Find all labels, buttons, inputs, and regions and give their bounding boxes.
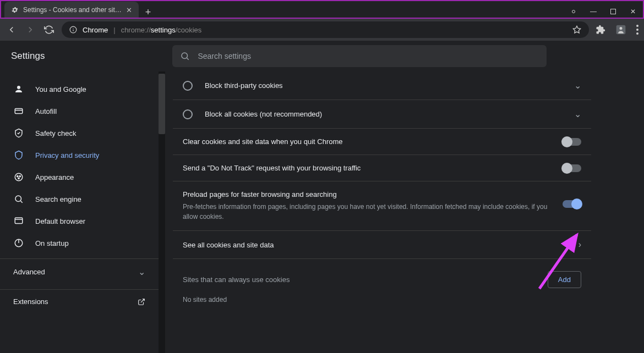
extensions-label: Extensions [13,297,48,306]
radio-icon[interactable] [183,109,193,119]
sidebar-item-safety-check[interactable]: Safety check [0,122,159,144]
sidebar-item-label: Privacy and security [35,151,99,159]
svg-rect-22 [15,218,23,224]
shield-icon [13,150,24,161]
reload-icon[interactable] [43,24,55,36]
appearance-icon [13,172,24,183]
sidebar-scrollbar[interactable] [159,71,165,353]
sidebar-extensions[interactable]: Extensions [0,289,159,313]
svg-marker-5 [573,26,580,33]
row-label: Block all cookies (not recommended) [205,110,574,118]
svg-line-21 [20,201,22,202]
chevron-down-icon[interactable]: ⌄ [574,80,581,91]
safety-icon [13,128,24,139]
svg-point-11 [182,53,188,59]
window-controls: — ✕ [570,8,644,18]
no-sites-text: No sites added [173,294,591,313]
sidebar-item-label: Appearance [35,173,74,181]
svg-point-18 [19,175,20,176]
bookmark-icon[interactable] [572,25,581,34]
browser-tab[interactable]: Settings - Cookies and other sit… ✕ [4,2,139,18]
search-icon [180,51,190,61]
toggle-switch[interactable] [563,164,581,172]
address-url: chrome://settings/cookies [121,26,202,34]
chevron-right-icon: › [578,240,581,250]
row-description: Pre-fetches information from pages, incl… [183,202,563,222]
search-placeholder: Search settings [198,52,251,60]
extensions-icon[interactable] [596,25,605,35]
svg-line-12 [187,58,189,59]
search-icon [13,194,24,205]
sidebar-item-label: You and Google [35,85,86,93]
chevron-down-icon[interactable]: ⌄ [574,109,581,119]
scrollbar-thumb[interactable] [159,74,165,134]
svg-point-10 [636,32,638,35]
toggle-do-not-track: Send a "Do Not Track" request with your … [173,155,591,181]
back-icon[interactable] [6,24,18,36]
forward-icon[interactable] [24,24,36,36]
row-label: Preload pages for faster browsing and se… [183,190,563,198]
sidebar-item-appearance[interactable]: Appearance [0,166,159,188]
svg-point-0 [572,10,575,13]
radio-block-third-party[interactable]: Block third-party cookies ⌄ [173,71,591,100]
sidebar-advanced[interactable]: Advanced ⌄ [0,258,159,285]
sidebar-item-on-startup[interactable]: On startup [0,232,159,254]
row-label: Send a "Do Not Track" request with your … [183,164,563,172]
svg-point-7 [620,27,623,30]
add-button[interactable]: Add [548,271,581,288]
radio-block-all-cookies[interactable]: Block all cookies (not recommended) ⌄ [173,100,591,129]
row-label: Clear cookies and site data when you qui… [183,137,563,146]
sidebar-item-label: On startup [35,239,69,247]
sidebar-item-default-browser[interactable]: Default browser [0,210,159,232]
chevron-down-icon: ⌄ [138,267,145,277]
window-titlebar: Settings - Cookies and other sit… ✕ + — … [0,0,644,19]
new-tab-button[interactable]: + [139,7,158,18]
address-bar[interactable]: Chrome | chrome://settings/cookies [62,21,589,38]
close-icon[interactable]: ✕ [126,6,132,14]
toggle-switch[interactable] [563,200,581,208]
minimize-icon[interactable]: — [590,8,597,15]
settings-header: Settings Search settings [0,41,644,71]
radio-icon[interactable] [183,81,193,91]
sidebar-item-privacy-security[interactable]: Privacy and security [0,144,159,166]
person-icon [13,84,24,95]
power-icon [13,238,24,249]
svg-point-8 [636,25,638,27]
sidebar-item-label: Safety check [35,129,76,137]
address-prefix: Chrome [83,26,108,34]
svg-point-9 [636,29,638,31]
search-input[interactable]: Search settings [172,45,547,67]
toggle-switch[interactable] [563,138,581,146]
settings-sidebar: You and Google Autofill Safety check Pri… [0,71,159,353]
advanced-label: Advanced [13,268,45,276]
sidebar-item-label: Default browser [35,217,85,225]
svg-rect-14 [15,109,23,114]
menu-icon[interactable] [636,25,638,35]
toggle-preload-pages: Preload pages for faster browsing and se… [173,181,591,231]
profile-icon[interactable] [615,24,626,35]
tab-title: Settings - Cookies and other sit… [23,6,122,14]
toggle-clear-on-quit: Clear cookies and site data when you qui… [173,129,591,155]
address-separator: | [113,26,115,34]
sidebar-item-label: Autofill [35,107,57,115]
section-title: Sites that can always use cookies [183,275,548,284]
sidebar-item-autofill[interactable]: Autofill [0,100,159,122]
sidebar-item-you-and-google[interactable]: You and Google [0,78,159,100]
browser-toolbar: Chrome | chrome://settings/cookies [0,19,644,41]
svg-rect-1 [611,9,616,14]
external-link-icon [138,298,145,306]
gear-icon [11,6,19,14]
site-info-icon[interactable] [69,26,77,34]
svg-point-19 [18,178,19,179]
maximize-icon[interactable] [610,8,616,15]
svg-point-16 [15,173,23,181]
autofill-icon [13,106,24,117]
svg-point-13 [17,86,20,89]
section-sites-always-use: Sites that can always use cookies Add [173,259,591,294]
link-see-all-cookies[interactable]: See all cookies and site data › [173,231,591,259]
sidebar-item-label: Search engine [35,195,81,203]
close-window-icon[interactable]: ✕ [630,8,636,15]
browser-icon [13,216,24,227]
sidebar-item-search-engine[interactable]: Search engine [0,188,159,210]
gear-icon[interactable] [570,8,577,15]
